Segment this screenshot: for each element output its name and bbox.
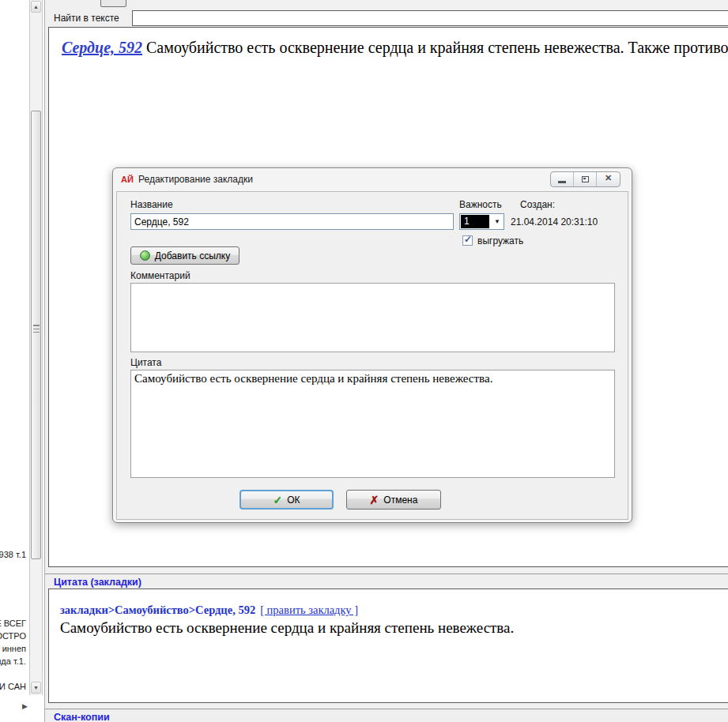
importance-select[interactable]: 1 ▼ (459, 213, 504, 230)
cancel-button[interactable]: ✗ Отмена (346, 490, 441, 510)
scan-section-title: Скан-копии (54, 712, 110, 722)
quote-label: Цитата (130, 357, 161, 368)
unload-checkbox[interactable]: ✓ (462, 235, 473, 246)
toolbar-button-fragment[interactable] (100, 0, 126, 7)
check-icon: ✓ (273, 494, 282, 506)
bookmark-name-input[interactable] (130, 213, 454, 230)
toolbar-strip (45, 0, 728, 10)
bookmark-breadcrumb-line: закладки>Самоубийство>Сердце, 592[ прави… (60, 604, 358, 617)
edit-bookmark-link[interactable]: [ править закладку ] (260, 604, 358, 616)
bookmark-link[interactable]: Сердце, 592 (62, 39, 142, 56)
tree-item-fragment[interactable]: иннеп (2, 644, 26, 653)
dialog-title: Редактирование закладки (138, 174, 253, 185)
importance-selected-value: 1 (461, 215, 489, 228)
scroll-down-icon[interactable]: ▼ (31, 682, 41, 694)
add-link-button[interactable]: Добавить ссылку (130, 246, 240, 265)
panel-splitter[interactable] (45, 567, 728, 573)
created-label: Создан: (520, 199, 555, 210)
tree-item-fragment[interactable]: 938 т.1 (0, 550, 26, 559)
vertical-scrollbar[interactable]: ▲ ▼ (29, 0, 43, 695)
scroll-right-icon[interactable]: ▶ (22, 702, 28, 710)
chevron-down-icon[interactable]: ▼ (494, 218, 500, 225)
app-icon: АЙ (121, 175, 134, 184)
panel-splitter[interactable] (45, 703, 728, 709)
ok-label: ОК (287, 494, 300, 506)
comment-label: Комментарий (130, 270, 190, 281)
quote-section-title: Цитата (закладки) (54, 577, 141, 588)
quote-section-header: Цитата (закладки) (45, 573, 728, 589)
tree-item-fragment[interactable]: ОСТРО (0, 631, 26, 641)
created-timestamp: 21.04.2014 20:31:10 (511, 216, 598, 228)
breadcrumb[interactable]: закладки>Самоубийство>Сердце, 592 (60, 604, 255, 616)
book-text: Самоубийство есть осквернение сердца и к… (142, 39, 728, 56)
find-in-text-input[interactable] (132, 10, 728, 26)
quote-textarea[interactable]: Самоубийство есть осквернение сердца и к… (130, 370, 615, 478)
close-icon: ✕ (597, 173, 620, 183)
find-in-text-label: Найти в тексте (54, 13, 119, 24)
checkbox-check-icon: ✓ (464, 234, 472, 245)
dialog-body: Название Важность 1 ▼ Создан: 21.04.2014… (116, 191, 628, 520)
ok-button[interactable]: ✓ ОК (240, 490, 334, 510)
scrollbar-thumb[interactable] (31, 111, 41, 559)
tree-item-fragment[interactable]: ида т.1. (0, 656, 26, 666)
edit-bookmark-dialog: АЙ Редактирование закладки ✕ Название Ва… (112, 167, 632, 523)
dialog-titlebar[interactable]: АЙ Редактирование закладки ✕ (113, 168, 632, 192)
tree-item-fragment[interactable]: Е ВСЕГ (0, 619, 26, 628)
x-icon: ✗ (370, 494, 379, 506)
globe-icon (140, 250, 150, 261)
add-link-label: Добавить ссылку (155, 250, 230, 261)
scrollbar-grip-icon (33, 325, 40, 333)
close-button[interactable]: ✕ (597, 172, 620, 186)
app-window: 938 т.1 Е ВСЕГ ОСТРО иннеп ида т.1. ЛИ С… (0, 0, 728, 722)
importance-label: Важность (459, 199, 502, 210)
name-label: Название (130, 199, 173, 210)
search-row: Найти в тексте (45, 10, 728, 27)
maximize-button[interactable] (574, 172, 597, 186)
quote-panel: закладки>Самоубийство>Сердце, 592[ прави… (48, 589, 728, 703)
minimize-button[interactable] (551, 172, 574, 186)
book-paragraph: Сердце, 592 Самоубийство есть осквернени… (62, 39, 728, 57)
left-tree-panel: 938 т.1 Е ВСЕГ ОСТРО иннеп ида т.1. ЛИ С… (0, 0, 28, 722)
restore-icon (582, 176, 589, 182)
unload-checkbox-label[interactable]: выгружать (477, 235, 523, 246)
window-controls: ✕ (550, 171, 620, 187)
scroll-up-icon[interactable]: ▲ (31, 1, 41, 13)
tree-item-fragment[interactable]: ЛИ САН (0, 682, 26, 691)
comment-textarea[interactable] (130, 283, 615, 352)
cancel-label: Отмена (383, 494, 417, 506)
minimize-icon (558, 181, 566, 183)
quote-text: Самоубийство есть осквернение сердца и к… (60, 619, 514, 637)
scan-section-header: Скан-копии (45, 709, 728, 722)
